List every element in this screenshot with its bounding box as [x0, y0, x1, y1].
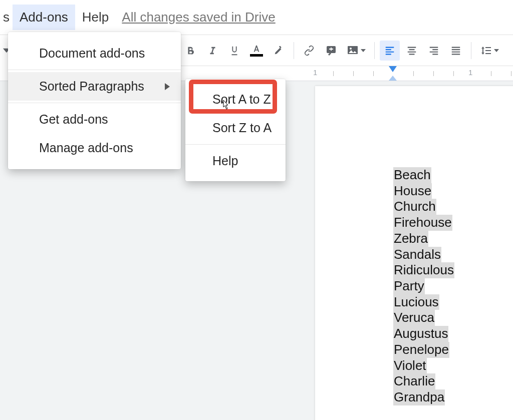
highlight-button[interactable]	[269, 41, 289, 61]
submenu-arrow-icon	[165, 83, 170, 90]
document-page[interactable]: BeachHouseChurchFirehouseZebraSandalsRid…	[315, 86, 513, 420]
document-paragraph[interactable]: Charlie	[393, 373, 435, 389]
svg-point-2	[350, 48, 352, 50]
document-paragraph[interactable]: Lucious	[393, 294, 439, 310]
menu-get-addons[interactable]: Get add-ons	[8, 105, 181, 134]
line-spacing-icon	[480, 45, 492, 56]
document-paragraph[interactable]: Sandals	[393, 247, 441, 263]
insert-image-button[interactable]	[343, 41, 369, 61]
document-paragraph[interactable]: Violet	[393, 358, 427, 374]
align-left-button[interactable]	[380, 41, 400, 61]
align-justify-icon	[450, 45, 461, 56]
comment-icon	[325, 45, 337, 57]
menu-submenu-help[interactable]: Help	[185, 147, 286, 175]
menu-help[interactable]: Help	[75, 5, 116, 30]
document-paragraph[interactable]: Ridiculous	[393, 262, 454, 278]
document-paragraph[interactable]: Beach	[393, 167, 431, 183]
addons-dropdown: Document add-ons Sorted Paragraphs Get a…	[8, 32, 181, 169]
highlight-icon	[273, 45, 284, 56]
underline-button[interactable]	[224, 41, 244, 61]
toolbar-separator	[294, 42, 294, 59]
bold-button[interactable]	[180, 41, 200, 61]
indent-marker-bottom[interactable]	[389, 76, 397, 81]
insert-comment-button[interactable]	[321, 41, 341, 61]
text-color-button[interactable]	[246, 41, 267, 61]
align-center-icon	[406, 45, 417, 56]
italic-icon	[207, 45, 218, 56]
image-icon	[347, 45, 359, 56]
caret-down-icon	[361, 49, 366, 53]
ruler-label: 1	[313, 68, 317, 77]
menu-document-addons[interactable]: Document add-ons	[8, 39, 181, 68]
italic-button[interactable]	[202, 41, 222, 61]
menu-fragment: s	[0, 5, 13, 30]
toolbar-separator	[374, 42, 375, 59]
document-paragraph[interactable]: Zebra	[393, 231, 428, 247]
menu-sort-az[interactable]: Sort A to Z	[185, 85, 286, 114]
menu-separator	[185, 144, 286, 145]
document-paragraph[interactable]: Grandpa	[393, 389, 445, 405]
document-paragraph[interactable]: Party	[393, 278, 425, 294]
sorted-paragraphs-submenu: Sort A to Z Sort Z to A Help	[185, 79, 286, 181]
link-icon	[303, 45, 315, 57]
document-paragraph[interactable]: Veruca	[393, 310, 435, 326]
menu-separator	[8, 70, 181, 70]
document-paragraph[interactable]: House	[393, 183, 432, 199]
caret-down-icon	[494, 49, 499, 53]
toolbar-separator	[471, 42, 471, 59]
menubar: s Add-ons Help All changes saved in Driv…	[0, 0, 513, 35]
save-status: All changes saved in Drive	[122, 10, 275, 25]
menu-sorted-paragraphs-label: Sorted Paragraphs	[39, 79, 144, 93]
insert-link-button[interactable]	[299, 41, 319, 61]
align-center-button[interactable]	[402, 41, 422, 61]
align-justify-button[interactable]	[446, 41, 466, 61]
indent-marker-top[interactable]	[389, 66, 397, 72]
menu-addons[interactable]: Add-ons	[13, 5, 75, 30]
menu-separator	[8, 103, 181, 103]
line-spacing-button[interactable]	[476, 41, 502, 61]
document-paragraph[interactable]: Penelope	[393, 342, 449, 358]
underline-icon	[229, 45, 240, 57]
document-paragraph[interactable]: Firehouse	[393, 215, 452, 231]
align-right-icon	[428, 45, 439, 56]
align-left-icon	[384, 45, 395, 56]
bold-icon	[185, 45, 196, 56]
menu-sorted-paragraphs[interactable]: Sorted Paragraphs	[8, 72, 181, 101]
align-right-button[interactable]	[424, 41, 444, 61]
document-paragraph[interactable]: Church	[393, 199, 436, 215]
document-paragraph[interactable]: Augustus	[393, 326, 448, 342]
menu-sort-za[interactable]: Sort Z to A	[185, 114, 286, 142]
ruler-label: 1	[468, 68, 472, 77]
menu-manage-addons[interactable]: Manage add-ons	[8, 134, 181, 162]
text-color-icon	[251, 45, 262, 54]
